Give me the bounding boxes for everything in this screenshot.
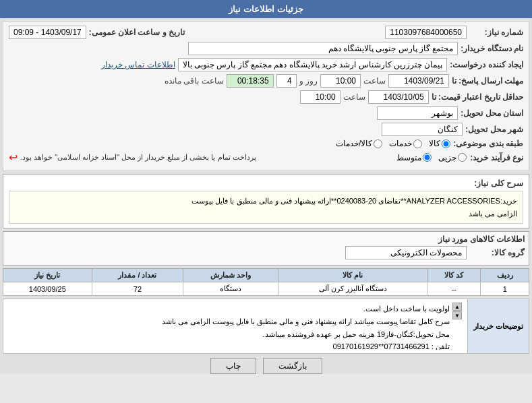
ijad-konande-value: پیمان چترزرین کارشناس ارشد خرید پالایشگا… xyxy=(178,58,448,71)
radio-motevaset-label: متوسط xyxy=(396,153,421,162)
tozi-line2: سرح کامل تقاضا پیوست میباشد ارائه پیشنها… xyxy=(162,315,450,328)
cell-tarikh: 1403/09/25 xyxy=(3,282,92,296)
roz-label: روز و xyxy=(299,76,318,86)
tozi-line1: اولویت با ساخت داخل است. xyxy=(162,303,450,315)
radio-khadamat-label: خدمات xyxy=(389,139,412,148)
mohlat-ersal-label: مهلت ارسال پاسخ: تا xyxy=(452,76,523,86)
hadaqal-saat-label: ساعت xyxy=(343,92,365,102)
table-row: 1 -- دستگاه آنالیزر کرن آلی دستگاه 72 14… xyxy=(3,282,529,296)
mohlat-ersal-saat: 10:00 xyxy=(320,74,361,88)
red-arrow-icon: ↩ xyxy=(9,151,18,164)
scroll-up-btn[interactable]: ▲ xyxy=(452,303,462,311)
tozi-line4: تلفن : 07731466291**09170161929 xyxy=(162,340,450,350)
radio-jozi-item[interactable]: جزیی xyxy=(438,153,467,162)
tozi-scroll-buttons[interactable]: ▲ ▼ xyxy=(452,303,462,319)
mohlat-ersal-date: 1403/09/21 xyxy=(388,74,449,88)
mohlat-ersal-roz: 4 xyxy=(276,74,297,88)
nav-farayand-radio-group: جزیی متوسط xyxy=(396,153,467,162)
cell-vahed: دستگاه xyxy=(183,282,278,296)
tozi-content: ▲ ▼ اولویت با ساخت داخل است. سرح کامل تق… xyxy=(3,299,467,353)
info-link[interactable]: اطلاعات تماس خریدار xyxy=(101,60,175,69)
sarh-title: سرح کلی نیاز: xyxy=(9,179,523,188)
radio-kala-item[interactable]: کالا xyxy=(429,139,450,148)
tozi-text-area: اولویت با ساخت داخل است. سرح کامل تقاضا … xyxy=(162,303,450,350)
radio-motevaset-item[interactable]: متوسط xyxy=(396,153,432,162)
chap-button[interactable]: چاپ xyxy=(210,358,256,374)
radio-kala-khadamat-label: کالا/خدمات xyxy=(336,139,372,148)
saat-label: ساعت xyxy=(363,76,386,86)
hadaqal-saat: 10:00 xyxy=(300,90,341,104)
sarh-line1: خرید:ANALYZER ACCESSORIES**تقاضای 20-024… xyxy=(15,195,517,208)
radio-khadamat-item[interactable]: خدمات xyxy=(389,139,422,148)
shomare-niaz-label: شماره نیاز: xyxy=(469,28,523,37)
col-kod: کد کالا xyxy=(427,269,481,282)
radio-kala-label: کالا xyxy=(429,139,440,148)
tabaqa-label: طبقه بندی موضوعی: xyxy=(453,139,523,148)
col-radif: ردیف xyxy=(481,269,529,282)
button-row: بازگشت چاپ xyxy=(3,358,529,374)
cell-kod: -- xyxy=(427,282,481,296)
cell-tedad: 72 xyxy=(92,282,183,296)
tozi-label: توضیحات خریدار xyxy=(467,299,529,353)
shomare-niaz-value: 1103097684000650 xyxy=(385,26,467,39)
radio-motevaset-input[interactable] xyxy=(423,153,432,162)
bazgasht-button[interactable]: بازگشت xyxy=(263,358,322,374)
ijad-konande-label: ایجاد کننده درخواست: xyxy=(450,60,523,69)
kala-table: ردیف کد کالا نام کالا واحد شمارش تعداد /… xyxy=(3,268,529,296)
nav-farayand-label: نوع فرآیند خرید: xyxy=(469,153,523,162)
sarh-content: خرید:ANALYZER ACCESSORIES**تقاضای 20-024… xyxy=(9,191,523,224)
radio-khadamat-input[interactable] xyxy=(413,140,422,148)
radio-jozi-input[interactable] xyxy=(458,153,467,162)
group-value: محصولات الکترونیکی xyxy=(345,246,467,259)
sarh-line2: الزامی می باشد xyxy=(15,208,517,220)
nam-dastgah-value: مجتمع گاز پارس جنوبی پالایشگاه دهم xyxy=(188,42,458,55)
scroll-down-btn[interactable]: ▼ xyxy=(452,311,462,319)
hadaqal-date: 1403/10/05 xyxy=(368,90,429,104)
baqi-label: ساعت باقی مانده xyxy=(165,76,224,86)
shahr-value: کنگان xyxy=(382,123,463,136)
hadaqal-label: حداقل تاریخ اعتبار قیمت: تا xyxy=(432,92,523,102)
page-title: جزئیات اطلاعات نیاز xyxy=(0,0,532,18)
mohlat-ersal-baqi: 00:18:35 xyxy=(227,74,274,88)
shahr-label: شهر محل تحویل: xyxy=(465,125,523,134)
col-naam: نام کالا xyxy=(278,269,427,282)
ostan-value: بوشهر xyxy=(377,106,458,120)
tarikh-label: تاریخ و ساعت اعلان عمومی: xyxy=(89,28,185,37)
radio-kala-input[interactable] xyxy=(442,140,450,148)
col-tedad: تعداد / مقدار xyxy=(92,269,183,282)
nam-dastgah-label: نام دستگاه خریدار: xyxy=(461,44,523,53)
tozi-line3: محل تحویل:کنگان-فاز19 هزینه حمل بر عهده … xyxy=(162,328,450,341)
radio-kala-khadamat-item[interactable]: کالا/خدمات xyxy=(336,139,382,148)
kalaha-title: اطلاعات کالاهای مورد نیاز xyxy=(7,235,525,244)
col-tarikh: تاریخ نیاز xyxy=(3,269,92,282)
col-vahed: واحد شمارش xyxy=(183,269,278,282)
radio-kala-khadamat-input[interactable] xyxy=(374,140,382,148)
cell-naam: دستگاه آنالیزر کرن آلی xyxy=(278,282,427,296)
nav-note: پرداخت تمام یا بخشی از مبلغ خریدار از مح… xyxy=(20,153,256,162)
radio-jozi-label: جزیی xyxy=(438,153,456,162)
tarikh-value: 1403/09/17 - 09:09 xyxy=(9,26,86,39)
tabaqa-radio-group: کالا خدمات کالا/خدمات xyxy=(336,139,450,148)
group-label: گروه کالا: xyxy=(471,248,525,257)
cell-radif: 1 xyxy=(481,282,529,296)
ostan-label: استان محل تحویل: xyxy=(461,108,523,118)
